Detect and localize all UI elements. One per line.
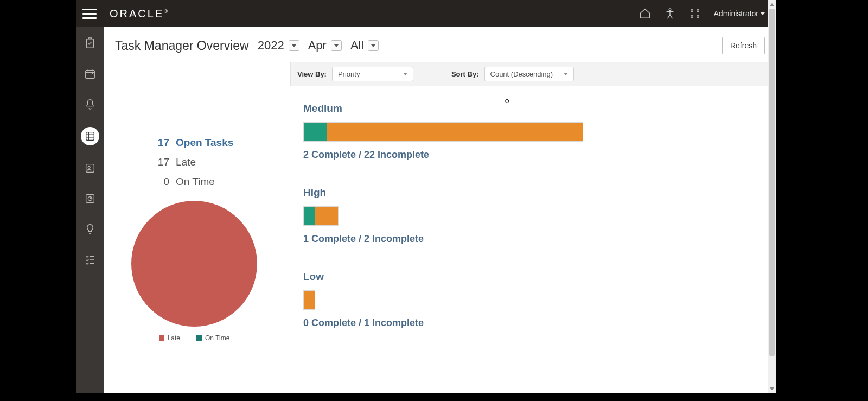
svg-point-1 <box>691 10 693 12</box>
year-value: 2022 <box>258 39 284 53</box>
open-tasks-row[interactable]: 17 Open Tasks <box>153 137 279 149</box>
scroll-down-button[interactable] <box>768 384 776 393</box>
accessibility-icon[interactable] <box>664 8 676 20</box>
global-header: ORACLE® Administrator <box>76 0 776 27</box>
sort-by-select[interactable]: Count (Descending) <box>484 67 574 81</box>
late-label: Late <box>176 156 196 168</box>
priority-group: Low0 Complete / 1 Incomplete <box>303 271 763 329</box>
brand-logo: ORACLE® <box>110 8 168 20</box>
nav-checklist-icon[interactable] <box>82 252 98 267</box>
year-select[interactable]: 2022 <box>258 39 299 53</box>
on-time-label: On Time <box>176 176 215 188</box>
chevron-down-icon <box>761 12 765 15</box>
group-subtitle: 2 Complete / 22 Incomplete <box>303 149 763 161</box>
month-value: Apr <box>308 39 327 53</box>
svg-rect-8 <box>86 164 94 173</box>
summary-panel: 17 Open Tasks 17 Late 0 On Time <box>104 62 290 393</box>
legend-on-time: On Time <box>196 334 229 342</box>
home-icon[interactable] <box>639 8 651 20</box>
late-count: 17 <box>153 156 169 168</box>
svg-point-0 <box>669 9 671 11</box>
bar-segment-incomplete <box>327 123 583 141</box>
svg-point-4 <box>697 16 699 18</box>
on-time-count: 0 <box>153 176 169 188</box>
bar-segment-complete <box>304 207 315 225</box>
scope-value: All <box>350 39 363 53</box>
user-menu[interactable]: Administrator <box>714 9 765 18</box>
nav-schedule-icon[interactable] <box>82 66 98 81</box>
open-tasks-label: Open Tasks <box>176 137 233 149</box>
chevron-down-icon <box>368 40 379 51</box>
month-select[interactable]: Apr <box>308 39 342 53</box>
nav-alerts-icon[interactable] <box>82 97 98 112</box>
view-by-label: View By: <box>297 70 327 78</box>
group-title: Medium <box>303 103 763 114</box>
scroll-up-button[interactable] <box>768 0 776 9</box>
priority-group: High1 Complete / 2 Incomplete <box>303 187 763 245</box>
chevron-down-icon <box>289 40 299 51</box>
open-tasks-count: 17 <box>153 137 169 149</box>
group-subtitle: 1 Complete / 2 Incomplete <box>303 233 763 245</box>
group-title: Low <box>303 271 763 283</box>
late-row[interactable]: 17 Late <box>153 156 279 168</box>
bar-segment-incomplete <box>304 291 315 309</box>
vertical-scrollbar[interactable] <box>768 0 776 393</box>
user-name-label: Administrator <box>714 9 758 18</box>
nav-overview-icon[interactable] <box>81 127 99 145</box>
refresh-button[interactable]: Refresh <box>722 37 765 54</box>
nav-tasks-icon[interactable] <box>82 36 98 51</box>
svg-point-3 <box>691 16 693 18</box>
svg-point-2 <box>697 10 699 12</box>
nav-users-icon[interactable] <box>82 161 98 176</box>
svg-rect-7 <box>86 132 94 141</box>
chevron-down-icon <box>403 73 407 75</box>
detail-panel: View By: Priority Sort By: Count (Descen… <box>290 62 776 393</box>
hamburger-menu-icon[interactable] <box>82 7 97 21</box>
stacked-bar[interactable] <box>303 290 315 310</box>
svg-rect-6 <box>86 71 95 79</box>
group-subtitle: 0 Complete / 1 Incomplete <box>303 317 763 329</box>
view-by-value: Priority <box>338 70 360 78</box>
chevron-down-icon <box>564 73 568 75</box>
sort-by-value: Count (Descending) <box>490 70 553 78</box>
side-nav <box>76 27 104 393</box>
view-by-select[interactable]: Priority <box>332 67 413 81</box>
bar-segment-complete <box>304 123 327 141</box>
priority-group: Medium2 Complete / 22 Incomplete <box>303 103 763 161</box>
stacked-bar[interactable] <box>303 206 339 226</box>
apps-grid-icon[interactable] <box>689 8 701 20</box>
svg-point-9 <box>88 166 90 168</box>
bar-segment-incomplete <box>315 207 338 225</box>
nav-reports-icon[interactable] <box>82 191 98 206</box>
pie-legend: Late On Time <box>159 334 230 342</box>
title-bar: Task Manager Overview 2022 Apr All Refre… <box>104 27 776 62</box>
scroll-thumb[interactable] <box>769 9 775 356</box>
filter-bar: View By: Priority Sort By: Count (Descen… <box>290 62 776 86</box>
chevron-down-icon <box>331 40 342 51</box>
priority-groups: Medium2 Complete / 22 IncompleteHigh1 Co… <box>290 86 776 345</box>
nav-ideas-icon[interactable] <box>82 221 98 237</box>
on-time-row[interactable]: 0 On Time <box>153 176 279 188</box>
sort-by-label: Sort By: <box>451 70 479 78</box>
legend-late: Late <box>159 334 180 342</box>
status-pie-chart <box>131 201 257 327</box>
group-title: High <box>303 187 763 199</box>
scope-select[interactable]: All <box>350 39 379 53</box>
page-title: Task Manager Overview <box>115 39 249 53</box>
stacked-bar[interactable] <box>303 122 583 142</box>
